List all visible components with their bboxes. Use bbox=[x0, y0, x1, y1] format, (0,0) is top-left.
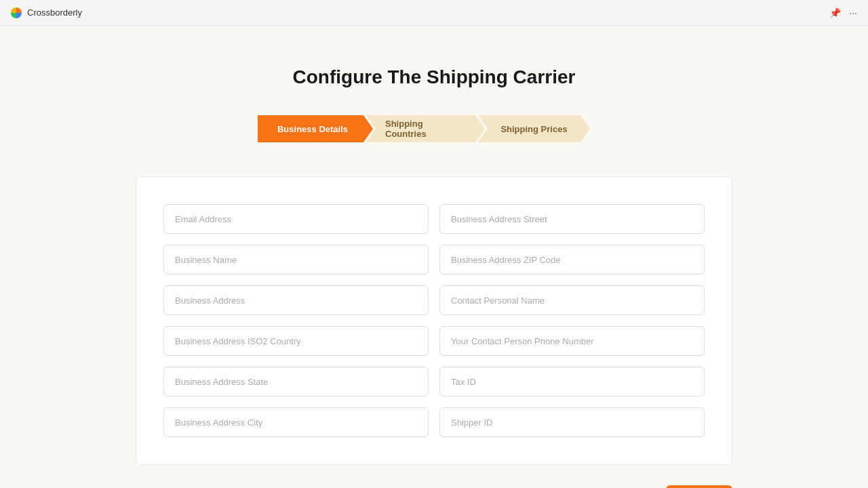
app-name: Crossborderly bbox=[27, 7, 82, 18]
contact-phone-input[interactable] bbox=[439, 326, 705, 356]
business-address-city-input[interactable] bbox=[163, 407, 429, 437]
topbar-right: 📌 ··· bbox=[829, 7, 857, 18]
topbar: Crossborderly 📌 ··· bbox=[0, 0, 868, 26]
page-title: Configure The Shipping Carrier bbox=[293, 66, 576, 88]
business-address-zip-input[interactable] bbox=[439, 245, 705, 274]
step-shipping-prices[interactable]: Shipping Prices bbox=[478, 115, 590, 142]
form-grid bbox=[163, 204, 705, 437]
more-icon[interactable]: ··· bbox=[849, 7, 857, 18]
button-area: Next » bbox=[136, 485, 732, 488]
step-shipping-countries[interactable]: Shipping Countries bbox=[366, 115, 485, 142]
business-address-street-input[interactable] bbox=[439, 204, 705, 234]
shipper-id-input[interactable] bbox=[439, 407, 705, 437]
email-address-input[interactable] bbox=[163, 204, 429, 234]
next-button[interactable]: Next » bbox=[666, 485, 732, 488]
step-3-label: Shipping Prices bbox=[500, 124, 567, 134]
main-content: Configure The Shipping Carrier Business … bbox=[0, 26, 868, 488]
step-1-label: Business Details bbox=[277, 124, 348, 134]
business-address-iso2-input[interactable] bbox=[163, 326, 429, 356]
business-address-state-input[interactable] bbox=[163, 367, 429, 396]
form-card bbox=[136, 176, 732, 465]
business-address-input[interactable] bbox=[163, 285, 429, 315]
app-icon bbox=[11, 7, 22, 18]
business-name-input[interactable] bbox=[163, 245, 429, 274]
step-2-label: Shipping Countries bbox=[385, 119, 466, 139]
stepper: Business Details Shipping Countries Ship… bbox=[258, 115, 610, 142]
tax-id-input[interactable] bbox=[439, 367, 705, 396]
topbar-left: Crossborderly bbox=[11, 7, 82, 18]
contact-personal-name-input[interactable] bbox=[439, 285, 705, 315]
pin-icon[interactable]: 📌 bbox=[829, 7, 841, 18]
step-business-details[interactable]: Business Details bbox=[258, 115, 373, 142]
